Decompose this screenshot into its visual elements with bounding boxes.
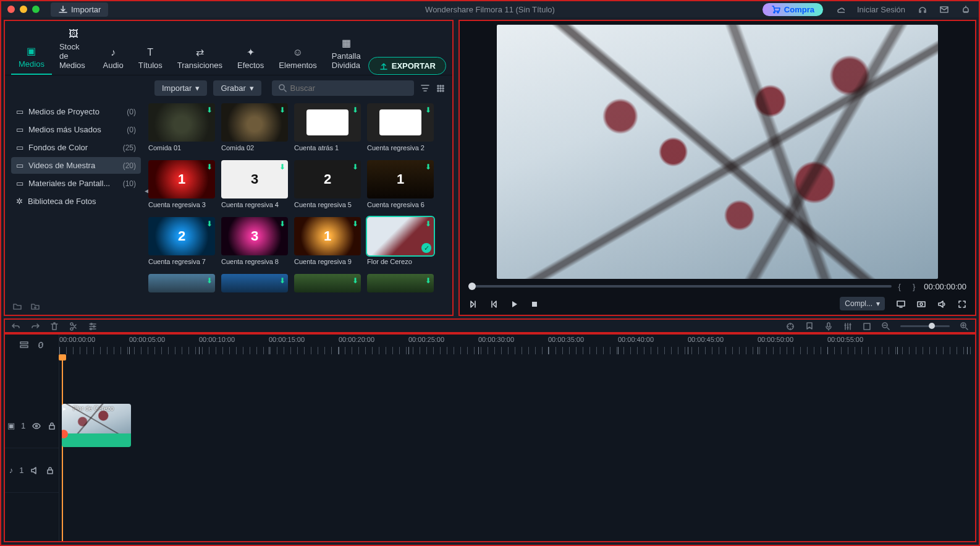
download-icon[interactable]: ⬇ (425, 106, 431, 114)
new-folder-icon[interactable] (12, 302, 22, 311)
lock-icon[interactable] (45, 466, 54, 475)
media-thumb[interactable]: ⬇1Cuenta regresiva 6 (367, 160, 434, 208)
playhead[interactable] (62, 354, 63, 541)
headset-icon[interactable] (918, 5, 927, 14)
tab-medios[interactable]: ▣Medios (11, 41, 52, 75)
sidebar-item-3[interactable]: ▭Videos de Muestra(20) (11, 157, 141, 174)
settings-icon[interactable] (88, 322, 97, 331)
delete-icon[interactable] (49, 322, 59, 331)
tab-stock-de-medios[interactable]: 🖼Stock de Medios (52, 25, 96, 75)
maximize-window-icon[interactable] (32, 6, 40, 13)
undo-icon[interactable] (11, 322, 20, 331)
media-thumb[interactable]: ⬇ (221, 274, 288, 292)
login-link[interactable]: Iniciar Sesión (857, 5, 905, 14)
grid-view-icon[interactable] (436, 83, 445, 93)
download-icon[interactable]: ⬇ (279, 276, 285, 285)
folder-icon[interactable] (30, 302, 40, 311)
media-thumb[interactable]: ⬇Comida 01 (148, 103, 215, 151)
tab-pantalla-dividida[interactable]: ▦Pantalla Dividida (324, 33, 368, 75)
media-thumb[interactable]: ⬇✓Flor de Cerezo (367, 217, 434, 265)
import-dropdown[interactable]: Importar ▾ (154, 80, 207, 96)
range-brackets-icon[interactable]: { } (898, 282, 918, 291)
tab-efectos[interactable]: ✦Efectos (230, 43, 271, 75)
media-thumb[interactable]: ⬇ (367, 274, 434, 292)
sidebar-item-5[interactable]: ✲Biblioteca de Fotos (11, 193, 141, 210)
download-icon[interactable]: ⬇ (352, 220, 358, 228)
media-thumb[interactable]: ⬇1Cuenta regresiva 9 (294, 217, 361, 265)
media-thumb[interactable]: ⬇Comida 02 (221, 103, 288, 151)
render-icon[interactable] (785, 322, 795, 331)
mail-icon[interactable] (939, 5, 948, 14)
media-thumb[interactable]: ⬇3Cuenta regresiva 4 (221, 160, 288, 208)
fullscreen-icon[interactable] (957, 299, 966, 309)
scrubber-playhead[interactable] (468, 283, 476, 290)
mute-icon[interactable] (30, 466, 39, 475)
sidebar-item-0[interactable]: ▭Medios de Proyecto(0) (11, 103, 141, 120)
sidebar-item-4[interactable]: ▭Materiales de Pantall...(10) (11, 175, 141, 192)
crop-icon[interactable] (862, 322, 871, 331)
download-icon[interactable]: ⬇ (279, 163, 285, 171)
search-input-wrapper[interactable] (272, 80, 414, 96)
notification-icon[interactable] (961, 5, 970, 14)
download-icon[interactable]: ⬇ (279, 220, 285, 228)
media-thumb[interactable]: ⬇1Cuenta atrás 1 (294, 103, 361, 151)
volume-icon[interactable] (937, 299, 946, 309)
timeline-mode-icon[interactable] (19, 340, 28, 349)
stop-icon[interactable] (530, 299, 539, 309)
marker-icon[interactable] (805, 322, 814, 331)
tab-audio[interactable]: ♪Audio (95, 43, 130, 75)
time-ruler[interactable]: 00:00:00:0000:00:05:0000:00:10:0000:00:1… (59, 335, 975, 354)
redo-icon[interactable] (30, 322, 40, 331)
download-icon[interactable]: ⬇ (425, 220, 431, 228)
close-window-icon[interactable] (7, 6, 15, 13)
media-thumb[interactable]: ⬇1Cuenta regresiva 3 (148, 160, 215, 208)
timeline-clip[interactable]: ▸ Flor de Cerezo (62, 404, 131, 447)
download-icon[interactable]: ⬇ (352, 276, 358, 285)
lock-icon[interactable] (47, 421, 56, 430)
visibility-icon[interactable] (32, 421, 41, 430)
audio-mixer-icon[interactable] (843, 322, 852, 331)
import-button[interactable]: Importar (51, 2, 108, 17)
filter-icon[interactable] (420, 83, 429, 93)
sidebar-item-1[interactable]: ▭Medios más Usados(0) (11, 121, 141, 138)
media-thumb[interactable]: ⬇ (148, 274, 215, 292)
download-icon[interactable]: ⬇ (425, 276, 431, 285)
cloud-icon[interactable] (835, 5, 845, 14)
tab-elementos[interactable]: ☺Elementos (271, 43, 324, 75)
media-thumb[interactable]: ⬇3Cuenta regresiva 8 (221, 217, 288, 265)
tab-transiciones[interactable]: ⇄Transiciones (170, 43, 230, 75)
minimize-window-icon[interactable] (20, 6, 27, 13)
zoom-knob[interactable] (929, 323, 935, 329)
download-icon[interactable]: ⬇ (206, 220, 213, 228)
link-icon[interactable] (36, 340, 45, 349)
sidebar-item-2[interactable]: ▭Fondos de Color(25) (11, 139, 141, 156)
media-thumb[interactable]: ⬇3Cuenta regresiva 2 (367, 103, 434, 151)
preview-scrubber[interactable] (468, 285, 892, 288)
preview-viewport[interactable] (497, 25, 938, 279)
download-icon[interactable]: ⬇ (352, 163, 358, 171)
download-icon[interactable]: ⬇ (206, 276, 213, 285)
media-thumb[interactable]: ⬇2Cuenta regresiva 5 (294, 160, 361, 208)
export-button[interactable]: EXPORTAR (368, 57, 446, 75)
zoom-slider[interactable] (900, 325, 950, 327)
split-icon[interactable] (69, 322, 78, 331)
search-input[interactable] (290, 83, 408, 93)
zoom-out-icon[interactable] (881, 322, 890, 331)
buy-button[interactable]: Compra (762, 3, 823, 16)
download-icon[interactable]: ⬇ (425, 163, 431, 171)
download-icon[interactable]: ⬇ (206, 106, 213, 114)
tracks-area[interactable]: ▸ Flor de Cerezo (59, 354, 975, 541)
media-thumb[interactable]: ⬇2Cuenta regresiva 7 (148, 217, 215, 265)
media-thumb[interactable]: ⬇ (294, 274, 361, 292)
step-back-icon[interactable] (468, 299, 478, 309)
download-icon[interactable]: ⬇ (206, 163, 213, 171)
download-icon[interactable]: ⬇ (352, 106, 358, 114)
zoom-in-icon[interactable] (960, 322, 969, 331)
voiceover-icon[interactable] (824, 322, 833, 331)
monitor-icon[interactable] (896, 299, 905, 309)
play-icon[interactable] (509, 299, 518, 309)
quality-dropdown[interactable]: Compl... ▾ (840, 297, 885, 310)
download-icon[interactable]: ⬇ (279, 106, 285, 114)
step-forward-icon[interactable] (489, 299, 498, 309)
record-dropdown[interactable]: Grabar ▾ (213, 80, 261, 96)
